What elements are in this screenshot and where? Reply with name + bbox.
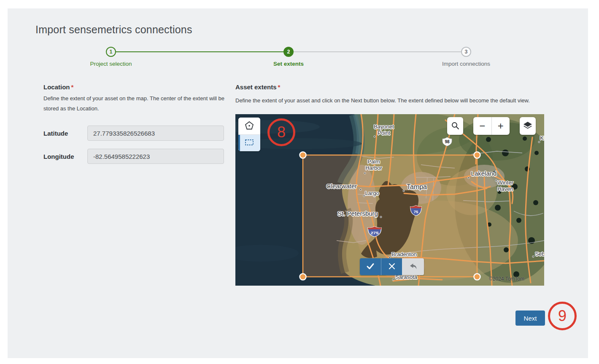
annotation-circle-9: 9 (548, 302, 577, 330)
longitude-row: Longitude (43, 149, 224, 164)
longitude-label: Longitude (43, 153, 87, 160)
stepper-line-done (116, 51, 284, 52)
map-city-dot (380, 216, 382, 218)
map-attribution: ©2024 TomTom (489, 276, 524, 282)
svg-text:98: 98 (445, 139, 450, 144)
map-city-dot (468, 177, 470, 179)
svg-text:275: 275 (370, 231, 378, 235)
map-city-label: St. Petersburg (337, 210, 378, 217)
map-city-dot (363, 195, 365, 197)
step-3-circle: 3 (461, 47, 471, 57)
location-required-asterisk: * (71, 83, 74, 91)
map-city-label: Seb (535, 251, 544, 257)
step-3-number: 3 (465, 49, 468, 55)
confirm-extent-button[interactable] (360, 258, 381, 275)
draw-rectangle-button[interactable] (238, 134, 260, 151)
map-city-label: Largo (365, 190, 379, 196)
close-icon (388, 262, 396, 272)
map-city-dot (392, 279, 394, 281)
wizard-panel: Import sensemetrics connections 1 Projec… (8, 8, 588, 358)
interstate-shield: 275 (367, 226, 382, 239)
map-city-dot (532, 256, 534, 258)
us-route-shield: 98 (442, 136, 453, 148)
asset-extents-description: Define the extent of your asset and clic… (235, 96, 556, 106)
asset-extents-heading: Asset extents* (235, 83, 280, 91)
latitude-input[interactable] (87, 126, 224, 141)
map-city-dot (360, 189, 362, 191)
page-title: Import sensemetrics connections (35, 24, 192, 36)
map-city-label: Bradenton (391, 251, 417, 257)
map-city-label: Lakeland (471, 170, 497, 177)
cancel-extent-button[interactable] (381, 258, 402, 275)
extent-handle[interactable] (300, 152, 306, 158)
next-button[interactable]: Next (515, 310, 545, 326)
extent-handle[interactable] (474, 152, 480, 158)
longitude-input[interactable] (87, 149, 224, 164)
extent-handle[interactable] (474, 274, 480, 280)
zoom-control: − + (473, 117, 510, 135)
polygon-icon (244, 120, 254, 132)
map-city-label: PalmHarbor (365, 158, 382, 171)
latitude-row: Latitude (43, 126, 224, 141)
map-city-label: Tampa (407, 183, 427, 191)
step-1-label: Project selection (60, 61, 162, 67)
zoom-out-button[interactable]: − (473, 117, 491, 135)
map-city-dot (374, 136, 376, 138)
map-search-button[interactable] (447, 117, 463, 135)
location-heading-text: Location (43, 83, 70, 91)
step-1-circle: 1 (106, 47, 116, 57)
undo-icon (408, 262, 418, 272)
svg-text:75: 75 (414, 209, 418, 214)
stepper-line-todo (293, 51, 461, 52)
check-icon (366, 262, 375, 272)
map-city-dot (364, 172, 366, 174)
layers-icon (523, 121, 533, 131)
extent-handle[interactable] (300, 274, 306, 280)
asset-extents-heading-text: Asset extents (235, 83, 277, 91)
step-1-number: 1 (110, 49, 113, 55)
undo-extent-button[interactable] (402, 258, 424, 275)
map-city-dot (403, 190, 405, 192)
zoom-in-button[interactable]: + (492, 117, 510, 135)
search-icon (451, 121, 460, 131)
interstate-shield: 75 (410, 205, 422, 218)
step-2-label: Set extents (238, 61, 339, 67)
draw-polygon-button[interactable] (238, 118, 260, 134)
map-city-dot (495, 180, 497, 182)
step-2-circle: 2 (283, 47, 294, 57)
latitude-label: Latitude (43, 130, 87, 137)
layers-button[interactable] (520, 117, 536, 135)
map-city-label: WinterHaven (497, 179, 513, 193)
location-heading: Location* (43, 83, 73, 91)
rectangle-icon (244, 138, 254, 148)
asset-extents-required-asterisk: * (278, 83, 281, 91)
step-3-label: Import connections (416, 61, 517, 67)
draw-toolbar (238, 118, 260, 151)
annotation-circle-8: 8 (267, 118, 295, 146)
map-city-dot (538, 141, 540, 143)
step-2-number: 2 (287, 49, 290, 55)
location-description: Define the extent of your asset on the m… (43, 94, 234, 114)
extent-confirm-toolbar (360, 258, 424, 275)
map-city-label: BayonetPoint (374, 123, 394, 136)
map-city-label: Ki (540, 135, 544, 141)
map-city-label: Clearwater (326, 182, 357, 190)
